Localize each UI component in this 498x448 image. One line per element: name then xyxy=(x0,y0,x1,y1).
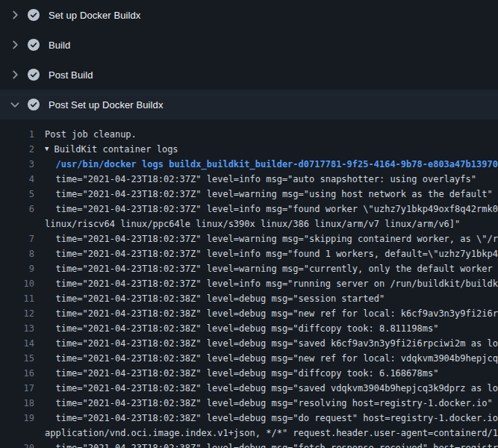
log-line: 5 time="2021-04-23T18:02:37Z" level=warn… xyxy=(0,187,498,202)
line-number[interactable]: 18 xyxy=(0,396,45,411)
check-circle-icon xyxy=(28,9,40,21)
line-number[interactable]: 20 xyxy=(0,441,45,448)
line-number[interactable]: 9 xyxy=(0,261,45,276)
log-line: 4 time="2021-04-23T18:02:37Z" level=info… xyxy=(0,172,498,187)
line-number[interactable]: 14 xyxy=(0,336,45,351)
log-text: time="2021-04-23T18:02:37Z" level=info m… xyxy=(45,246,498,261)
log-text: time="2021-04-23T18:02:38Z" level=debug … xyxy=(45,291,385,306)
log-text: time="2021-04-23T18:02:38Z" level=debug … xyxy=(45,366,438,381)
log-text: application/vnd.oci.image.index.v1+json,… xyxy=(45,426,498,441)
log-text: time="2021-04-23T18:02:37Z" level=warnin… xyxy=(45,187,493,202)
line-number[interactable]: 5 xyxy=(0,187,45,202)
log-text: linux/riscv64 linux/ppc64le linux/s390x … xyxy=(45,217,460,231)
step-header-post-build[interactable]: Post Build xyxy=(0,60,498,90)
line-number[interactable]: 7 xyxy=(0,231,45,246)
log-line-continuation: application/vnd.oci.image.index.v1+json,… xyxy=(0,426,498,441)
line-number[interactable]: 4 xyxy=(0,172,45,187)
log-line: 11 time="2021-04-23T18:02:38Z" level=deb… xyxy=(0,291,498,306)
log-line: 7 time="2021-04-23T18:02:37Z" level=warn… xyxy=(0,231,498,246)
line-number[interactable]: 13 xyxy=(0,321,45,336)
line-number[interactable]: 8 xyxy=(0,246,45,261)
steps-list: Set up Docker Buildx Build P xyxy=(0,0,498,119)
line-number[interactable]: 12 xyxy=(0,306,45,321)
step-header-set-up-docker-buildx[interactable]: Set up Docker Buildx xyxy=(0,0,498,30)
line-number[interactable]: 1 xyxy=(0,127,45,142)
log-line: 17 time="2021-04-23T18:02:38Z" level=deb… xyxy=(0,381,498,396)
line-number[interactable]: 2 xyxy=(0,142,45,157)
log-text: time="2021-04-23T18:02:38Z" level=debug … xyxy=(45,306,498,321)
step-header-build[interactable]: Build xyxy=(0,30,498,60)
step-title: Build xyxy=(49,40,70,51)
line-number[interactable]: 17 xyxy=(0,381,45,396)
step-title: Post Build xyxy=(49,69,93,81)
chevron-icon[interactable] xyxy=(9,9,21,21)
log-line: 10 time="2021-04-23T18:02:37Z" level=inf… xyxy=(0,276,498,291)
log-text: /usr/bin/docker logs buildx_buildkit_bui… xyxy=(45,157,498,172)
log-line: 12 time="2021-04-23T18:02:38Z" level=deb… xyxy=(0,306,498,321)
actions-log-viewer: Set up Docker Buildx Build P xyxy=(0,0,498,448)
log-line: 9 time="2021-04-23T18:02:37Z" level=warn… xyxy=(0,261,498,276)
log-line-continuation: linux/riscv64 linux/ppc64le linux/s390x … xyxy=(0,217,498,231)
log-line: 13 time="2021-04-23T18:02:38Z" level=deb… xyxy=(0,321,498,336)
log-text: ▼BuildKit container logs xyxy=(45,142,178,157)
line-number[interactable]: 3 xyxy=(0,157,45,172)
line-number[interactable]: 6 xyxy=(0,202,45,217)
log-text: time="2021-04-23T18:02:37Z" level=warnin… xyxy=(45,261,498,276)
log-line: 15 time="2021-04-23T18:02:38Z" level=deb… xyxy=(0,351,498,366)
expand-triangle-icon[interactable]: ▼ xyxy=(45,142,49,156)
step-title: Post Set up Docker Buildx xyxy=(49,99,164,111)
log-text: time="2021-04-23T18:02:38Z" level=debug … xyxy=(45,396,493,411)
line-number[interactable] xyxy=(0,217,45,231)
check-circle-icon xyxy=(28,99,40,111)
line-number[interactable]: 19 xyxy=(0,411,45,426)
line-number[interactable]: 10 xyxy=(0,276,45,291)
log-line: 19 time="2021-04-23T18:02:38Z" level=deb… xyxy=(0,411,498,426)
log-line: 14 time="2021-04-23T18:02:38Z" level=deb… xyxy=(0,336,498,351)
log-text: time="2021-04-23T18:02:37Z" level=info m… xyxy=(45,202,498,217)
log-text: time="2021-04-23T18:02:38Z" level=debug … xyxy=(45,351,498,366)
log-text: time="2021-04-23T18:02:37Z" level=info m… xyxy=(45,172,476,187)
log-line: 20 time="2021-04-23T18:02:38Z" level=deb… xyxy=(0,441,498,448)
log-text: time="2021-04-23T18:02:38Z" level=debug … xyxy=(45,336,498,351)
log-text: Post job cleanup. xyxy=(45,127,137,142)
log-text: time="2021-04-23T18:02:37Z" level=info m… xyxy=(45,276,498,291)
log-line: 18 time="2021-04-23T18:02:38Z" level=deb… xyxy=(0,396,498,411)
log-text: time="2021-04-23T18:02:38Z" level=debug … xyxy=(45,411,498,426)
chevron-icon[interactable] xyxy=(9,99,21,111)
log-area[interactable]: 1 Post job cleanup. 2 ▼BuildKit containe… xyxy=(0,119,498,448)
chevron-icon[interactable] xyxy=(9,39,21,51)
line-number[interactable]: 11 xyxy=(0,291,45,306)
check-circle-icon xyxy=(28,69,40,81)
step-title: Set up Docker Buildx xyxy=(49,10,140,21)
log-line: 3 /usr/bin/docker logs buildx_buildkit_b… xyxy=(0,157,498,172)
log-text: time="2021-04-23T18:02:37Z" level=warnin… xyxy=(45,231,498,246)
log-line: 8 time="2021-04-23T18:02:37Z" level=info… xyxy=(0,246,498,261)
log-text: time="2021-04-23T18:02:38Z" level=debug … xyxy=(45,381,498,396)
log-text: time="2021-04-23T18:02:38Z" level=debug … xyxy=(45,321,438,336)
line-number[interactable]: 15 xyxy=(0,351,45,366)
chevron-icon[interactable] xyxy=(9,69,21,81)
log-line: 1 Post job cleanup. xyxy=(0,127,498,142)
log-line[interactable]: 2 ▼BuildKit container logs xyxy=(0,142,498,157)
log-line: 16 time="2021-04-23T18:02:38Z" level=deb… xyxy=(0,366,498,381)
line-number[interactable]: 16 xyxy=(0,366,45,381)
log-line: 6 time="2021-04-23T18:02:37Z" level=info… xyxy=(0,202,498,217)
line-number[interactable] xyxy=(0,426,45,441)
check-circle-icon xyxy=(28,39,40,51)
log-text: time="2021-04-23T18:02:38Z" level=debug … xyxy=(45,441,498,448)
step-header-post-set-up-docker-buildx[interactable]: Post Set up Docker Buildx xyxy=(0,90,498,119)
